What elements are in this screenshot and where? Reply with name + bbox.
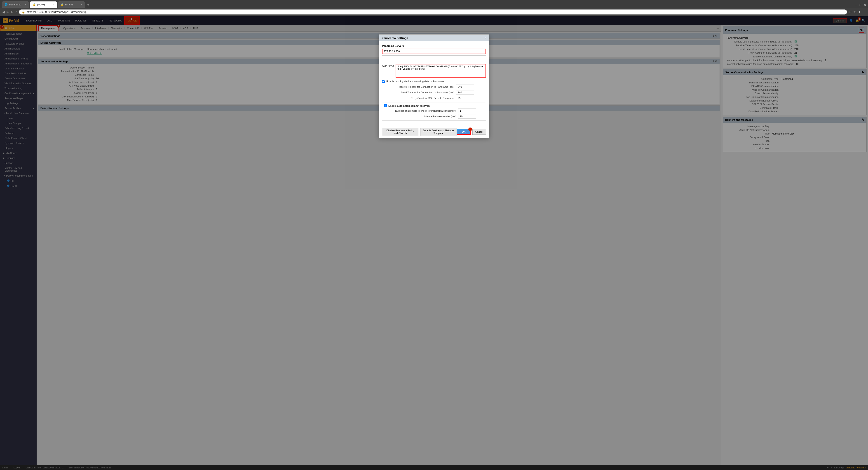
browser-chrome: 🌐 Panorama ✕ 🔒 PA-VM ✕ 🔒 PA-VM ✕ + ─ □ ✕ <box>0 0 868 8</box>
cancel-button[interactable]: Cancel <box>472 129 486 135</box>
auto-commit-label: Enable automated commit recovery <box>389 105 430 107</box>
panorama-servers-label: Panorama Servers <box>382 45 486 47</box>
connectivity-input[interactable] <box>458 109 476 113</box>
retry-count-row: Retry Count for SSL Send to Panorama <box>382 96 486 100</box>
dialog-body: Panorama Servers Auth key 2- JnnQ_NHQ4OH… <box>379 41 489 126</box>
enable-monitoring-row: Enable pushing device monitoring data to… <box>382 80 486 83</box>
close-icon[interactable]: ✕ <box>52 3 54 6</box>
close-icon[interactable]: ✕ <box>24 3 26 6</box>
send-timeout-input[interactable] <box>456 90 474 95</box>
dialog-overlay: Panorama Settings ? Panorama Servers Aut… <box>0 16 868 470</box>
maximize-button[interactable]: □ <box>860 3 861 7</box>
close-window-button[interactable]: ✕ <box>864 3 866 7</box>
server2-input[interactable] <box>382 55 486 60</box>
enable-monitoring-checkbox[interactable] <box>382 80 385 83</box>
panorama-settings-dialog: Panorama Settings ? Panorama Servers Aut… <box>379 34 489 138</box>
dialog-title-text: Panorama Settings <box>381 36 408 40</box>
auth-key-input[interactable]: JnnQ_NHQ4OHJxTYSd61Sw3V4sOxUIwuaRRXhRQIy… <box>396 64 486 78</box>
ok-button[interactable]: OK 7 <box>457 129 471 135</box>
send-timeout-row: Send Timeout for Connection to Panorama … <box>382 90 486 95</box>
disable-policy-button[interactable]: Disable Panorama Policy and Objects <box>382 128 418 136</box>
auth-key-section: Auth key 2- JnnQ_NHQ4OHJxTYSd61Sw3V4sOxU… <box>382 64 486 78</box>
forward-button[interactable]: ▶ <box>6 10 9 14</box>
disable-network-button[interactable]: Disable Device and Network Template <box>420 128 457 136</box>
dialog-title-bar: Panorama Settings ? <box>379 35 489 41</box>
left-buttons: Disable Panorama Policy and Objects Disa… <box>382 128 457 136</box>
receive-timeout-row: Receive Timeout for Connection to Panora… <box>382 85 486 89</box>
address-bar-row: ◀ ▶ ↻ ⌂ 🔒 https://172.20.29.201/#device:… <box>0 8 868 16</box>
bookmark-icon[interactable]: ☆ <box>853 10 856 14</box>
dialog-footer: Disable Panorama Policy and Objects Disa… <box>379 126 489 138</box>
connectivity-row: Number of attempts to check for Panorama… <box>384 109 484 113</box>
auto-commit-checkbox[interactable] <box>384 104 387 107</box>
extensions-icon[interactable]: ⊞ <box>849 10 851 14</box>
interval-label: Interval between retries (sec) <box>384 115 456 118</box>
receive-timeout-label: Receive Timeout for Connection to Panora… <box>382 85 454 88</box>
send-timeout-label: Send Timeout for Connection to Panorama … <box>382 91 454 94</box>
reload-button[interactable]: ↻ <box>11 10 13 14</box>
enable-monitoring-label: Enable pushing device monitoring data to… <box>386 80 444 83</box>
connectivity-label: Number of attempts to check for Panorama… <box>384 110 456 112</box>
interval-input[interactable] <box>458 114 476 119</box>
minimize-button[interactable]: ─ <box>855 3 857 7</box>
back-button[interactable]: ◀ <box>2 10 5 14</box>
auto-commit-checkbox-row: Enable automated commit recovery <box>384 104 484 107</box>
home-button[interactable]: ⌂ <box>16 10 17 14</box>
download-icon[interactable]: ⬇ <box>858 10 861 14</box>
new-tab-button[interactable]: + <box>86 3 91 8</box>
toolbar-right: ⊞ ☆ ⬇ ⋮ <box>849 10 866 14</box>
retry-count-label: Retry Count for SSL Send to Panorama <box>382 97 454 99</box>
right-buttons: OK 7 Cancel <box>457 129 486 135</box>
close-icon[interactable]: ✕ <box>81 3 82 6</box>
dialog-help-icon[interactable]: ? <box>485 36 487 40</box>
tab-pavm-2[interactable]: 🔒 PA-VM ✕ <box>58 1 85 8</box>
tab-panorama[interactable]: 🌐 Panorama ✕ <box>2 1 29 8</box>
url-input[interactable]: 🔒 https://172.20.29.201/#device:vsys1::d… <box>19 9 847 14</box>
receive-timeout-input[interactable] <box>456 85 474 89</box>
tab-pavm-1[interactable]: 🔒 PA-VM ✕ <box>30 1 57 8</box>
retry-count-input[interactable] <box>456 96 474 100</box>
auto-commit-section: Enable automated commit recovery Number … <box>382 102 486 121</box>
menu-icon[interactable]: ⋮ <box>863 10 866 14</box>
panorama-servers-section: Panorama Servers <box>382 45 486 62</box>
auth-key-label: Auth key 2- <box>382 64 395 67</box>
server1-input[interactable] <box>382 49 486 54</box>
interval-row: Interval between retries (sec) <box>384 114 484 119</box>
